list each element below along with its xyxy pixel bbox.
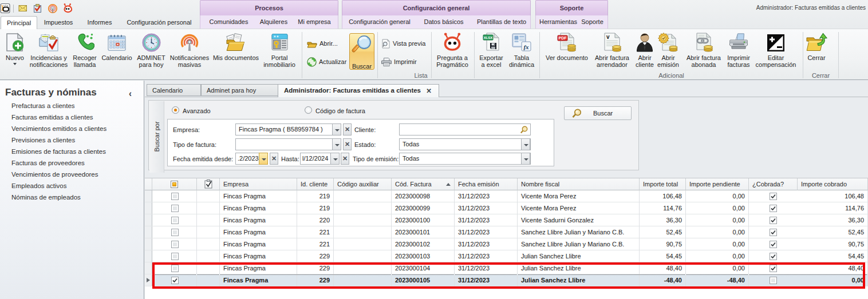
svg-text:PDF: PDF xyxy=(559,36,567,40)
svg-text:fx: fx xyxy=(523,43,529,50)
svg-text:v: v xyxy=(606,34,610,40)
svg-text:XLSX: XLSX xyxy=(484,36,493,39)
